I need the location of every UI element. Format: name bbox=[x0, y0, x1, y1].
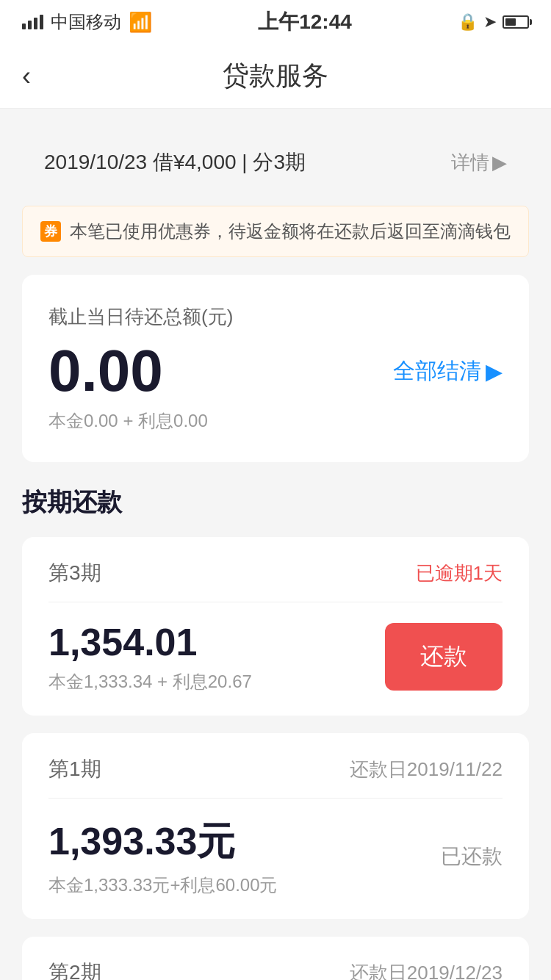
period-2-label: 第2期 bbox=[48, 959, 101, 980]
status-bar-time: 上午12:44 bbox=[258, 8, 352, 36]
period-1-label: 第1期 bbox=[48, 755, 101, 783]
detail-icon: ▶ bbox=[492, 151, 507, 174]
period-1-amount-section: 1,393.33元 本金1,333.33元+利息60.00元 bbox=[48, 816, 278, 897]
status-bar: 中国移动 📶 上午12:44 🔒 ➤ bbox=[0, 0, 551, 44]
period-3-status: 已逾期1天 bbox=[416, 561, 503, 586]
page-wrapper: 中国移动 📶 上午12:44 🔒 ➤ ‹ 贷款服务 2019/10/23 借¥4… bbox=[0, 0, 551, 980]
periods-section-title: 按期还款 bbox=[22, 486, 529, 519]
main-content: 2019/10/23 借¥4,000 | 分3期 详情 ▶ 券 本笔已使用优惠券… bbox=[0, 109, 551, 980]
lock-icon: 🔒 bbox=[458, 12, 478, 32]
total-amount-card: 截止当日待还总额(元) 0.00 全部结清 ▶ 本金0.00 + 利息0.00 bbox=[22, 275, 529, 462]
total-amount: 0.00 bbox=[48, 342, 163, 400]
notice-text: 本笔已使用优惠券，待返金额将在还款后返回至滴滴钱包 bbox=[70, 220, 511, 243]
period-1-paid-label: 已还款 bbox=[441, 843, 503, 871]
loan-info-header: 2019/10/23 借¥4,000 | 分3期 详情 ▶ bbox=[22, 131, 529, 194]
settle-all-button[interactable]: 全部结清 ▶ bbox=[393, 356, 503, 386]
settle-icon: ▶ bbox=[486, 359, 503, 384]
period-3-body: 1,354.01 本金1,333.34 + 利息20.67 还款 bbox=[48, 620, 503, 693]
repay-button-3[interactable]: 还款 bbox=[385, 623, 503, 691]
carrier-label: 中国移动 bbox=[51, 10, 121, 34]
wifi-icon: 📶 bbox=[129, 11, 152, 34]
period-1-body: 1,393.33元 本金1,333.33元+利息60.00元 已还款 bbox=[48, 816, 503, 897]
period-3-amount-section: 1,354.01 本金1,333.34 + 利息20.67 bbox=[48, 620, 252, 693]
location-icon: ➤ bbox=[483, 12, 497, 32]
period-1-header: 第1期 还款日2019/11/22 bbox=[48, 755, 503, 799]
page-title: 贷款服务 bbox=[223, 58, 328, 94]
period-1-breakdown: 本金1,333.33元+利息60.00元 bbox=[48, 873, 278, 897]
status-bar-right: 🔒 ➤ bbox=[458, 12, 529, 32]
signal-bars-icon bbox=[22, 15, 43, 29]
period-card-1: 第1期 还款日2019/11/22 1,393.33元 本金1,333.33元+… bbox=[22, 733, 529, 919]
status-bar-left: 中国移动 📶 bbox=[22, 10, 152, 34]
notice-coupon-icon: 券 bbox=[40, 221, 61, 242]
loan-detail-link[interactable]: 详情 ▶ bbox=[451, 150, 507, 176]
period-3-header: 第3期 已逾期1天 bbox=[48, 559, 503, 602]
period-3-amount: 1,354.01 bbox=[48, 620, 252, 664]
total-row: 0.00 全部结清 ▶ bbox=[48, 342, 503, 400]
period-3-label: 第3期 bbox=[48, 559, 101, 587]
blackcat-watermark: 黑猫 BLACK CAT bbox=[333, 976, 529, 980]
total-breakdown: 本金0.00 + 利息0.00 bbox=[48, 409, 503, 433]
back-button[interactable]: ‹ bbox=[22, 61, 31, 92]
battery-icon bbox=[503, 15, 529, 29]
period-1-amount: 1,393.33元 bbox=[48, 816, 278, 868]
settle-label: 全部结清 bbox=[393, 356, 481, 386]
period-3-breakdown: 本金1,333.34 + 利息20.67 bbox=[48, 670, 252, 693]
period-card-3: 第3期 已逾期1天 1,354.01 本金1,333.34 + 利息20.67 … bbox=[22, 537, 529, 716]
period-card-2: 第2期 还款日2019/12/23 bbox=[22, 937, 529, 980]
nav-bar: ‹ 贷款服务 bbox=[0, 44, 551, 109]
notice-banner: 券 本笔已使用优惠券，待返金额将在还款后返回至滴滴钱包 bbox=[22, 206, 529, 257]
period-1-status: 还款日2019/11/22 bbox=[350, 757, 503, 782]
total-label: 截止当日待还总额(元) bbox=[48, 304, 503, 330]
detail-label: 详情 bbox=[451, 150, 489, 176]
loan-meta: 2019/10/23 借¥4,000 | 分3期 bbox=[44, 148, 306, 176]
